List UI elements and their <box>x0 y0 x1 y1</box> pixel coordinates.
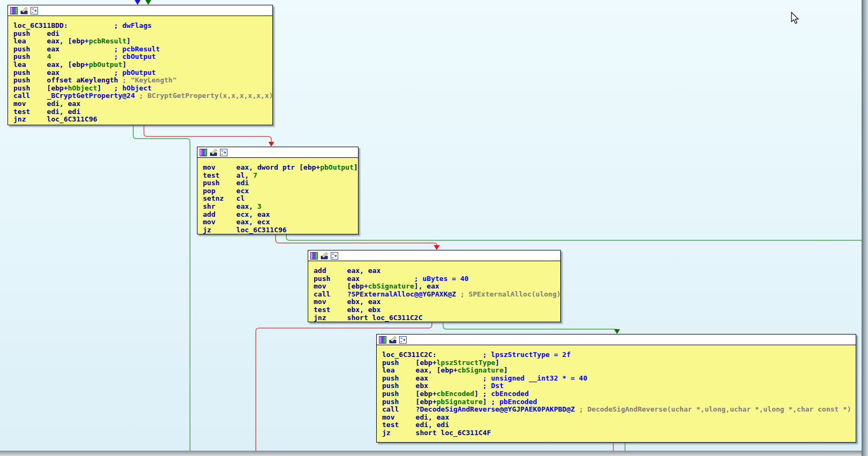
edge-block2-fall-red <box>276 234 440 250</box>
node-color-icon[interactable] <box>10 7 18 14</box>
node-titlebar[interactable] <box>377 335 856 345</box>
node-group-icon[interactable] <box>31 7 38 14</box>
window-bottom-edge <box>0 451 868 456</box>
edge-block1-fall-red <box>144 125 275 147</box>
node-code: mov eax, dword ptr [ebp+pbOutput] test a… <box>197 158 358 234</box>
node-color-icon[interactable] <box>310 252 318 260</box>
mouse-cursor <box>790 12 803 26</box>
edge-block1-jump-green <box>133 125 190 451</box>
graph-node-block_6C311C0E[interactable]: mov eax, dword ptr [ebp+pbOutput] test a… <box>197 147 359 234</box>
node-group-icon[interactable] <box>331 252 338 260</box>
node-titlebar[interactable] <box>308 250 560 261</box>
window-right-edge <box>862 0 868 456</box>
node-edit-icon[interactable] <box>389 336 397 344</box>
node-edit-icon[interactable] <box>20 7 28 14</box>
edge-incoming-green <box>146 0 151 5</box>
node-code: loc_6C311C2C: ; lpszStructType = 2f push… <box>377 345 856 437</box>
node-edit-icon[interactable] <box>321 252 328 260</box>
node-titlebar[interactable] <box>8 5 272 16</box>
node-group-icon[interactable] <box>220 149 227 156</box>
edge-block2-jump-green <box>286 234 863 240</box>
node-titlebar[interactable] <box>197 147 358 158</box>
edge-block3-jump-green <box>443 322 620 334</box>
node-edit-icon[interactable] <box>210 149 217 156</box>
node-color-icon[interactable] <box>379 336 386 344</box>
graph-node-loc_6C311C2C[interactable]: loc_6C311C2C: ; lpszStructType = 2f push… <box>376 334 856 443</box>
node-group-icon[interactable] <box>399 336 407 344</box>
node-code: add eax, eax push eax ; uBytes = 40 mov … <box>308 261 560 322</box>
node-color-icon[interactable] <box>200 149 207 156</box>
graph-node-block_6C311C1B[interactable]: add eax, eax push eax ; uBytes = 40 mov … <box>308 250 561 322</box>
edge-incoming-blue <box>135 0 141 5</box>
node-code: loc_6C311BDD: ; dwFlags push edi lea eax… <box>8 16 272 124</box>
graph-view-canvas[interactable]: loc_6C311BDD: ; dwFlags push edi lea eax… <box>0 0 868 456</box>
graph-node-loc_6C311BDD[interactable]: loc_6C311BDD: ; dwFlags push edi lea eax… <box>7 5 273 125</box>
